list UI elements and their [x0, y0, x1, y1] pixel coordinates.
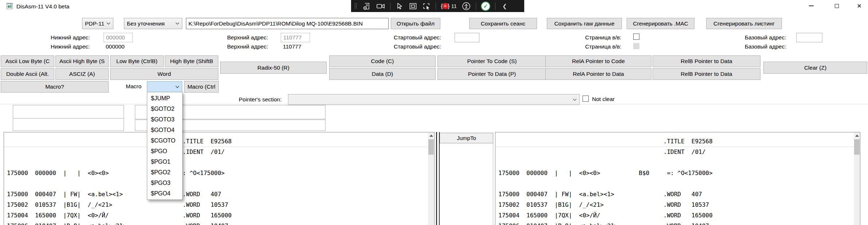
log-report-button[interactable]: [362, 2, 371, 11]
check-icon: ✓: [483, 3, 488, 9]
chevron-down-icon: [175, 86, 179, 88]
drag-handle-icon[interactable]: [355, 3, 358, 9]
macro-option[interactable]: $PGO2: [147, 167, 182, 178]
save-raw-button[interactable]: Сохранить raw данные: [547, 18, 622, 29]
rela-pointer-to-code-button[interactable]: RelA Pointer to Code: [545, 55, 651, 67]
jumpto-header-label: JumpTo: [457, 135, 476, 141]
ascii-low-byte-button[interactable]: Ascii Low Byte (C: [1, 55, 54, 67]
code-line: .TITLE E92568: [498, 136, 860, 147]
jumpto-column-header[interactable]: JumpTo: [440, 133, 493, 143]
save-session-button[interactable]: Сохранить сеанс: [469, 18, 537, 29]
code-line: 175002 010537 |B1G| /_/<21> .WORD 10537: [498, 199, 860, 210]
high-byte-button[interactable]: High Byte (ShiftB: [165, 55, 218, 67]
region-tool-button[interactable]: [409, 2, 417, 11]
not-clear-checkbox[interactable]: [583, 96, 589, 102]
radix50-button[interactable]: Radix-50 (R): [220, 62, 327, 74]
toolbar-separator: [476, 3, 476, 10]
macro-option[interactable]: $PGO: [147, 146, 182, 156]
chevron-left-icon: ❮: [502, 3, 507, 9]
generate-listing-button[interactable]: Сгенерировать листинг: [706, 18, 782, 29]
ok-status-button[interactable]: ✓: [481, 1, 490, 11]
status-box-small-1: [13, 105, 124, 119]
collapse-toolbar-button[interactable]: ❮: [502, 3, 507, 9]
element-pick-button[interactable]: [422, 2, 431, 11]
capture-toolbar: { ✕ } 11 ✓ ❮: [351, 0, 524, 12]
left-panel-scrollbar[interactable]: [428, 132, 434, 225]
asciz-button[interactable]: ASCIZ (A): [55, 68, 109, 80]
app-window: DisAsm-11 V4.0 beta ✕: [0, 0, 868, 225]
close-button[interactable]: ✕: [851, 0, 868, 12]
word-button[interactable]: Word: [110, 68, 218, 80]
double-ascii-button[interactable]: Double Ascii (Alt.: [1, 68, 54, 80]
code-line: [7, 157, 434, 168]
macro-dropdown-popup: $JUMP $GOTO2 $GOTO3 $GOTO4 $CGOTO $PGO $…: [147, 92, 183, 200]
right-disassembly-panel[interactable]: .TITLE E92568 .IDENT /01/ 175000 000000 …: [495, 132, 860, 225]
clear-button[interactable]: Clear (Z): [763, 62, 867, 74]
panel-splitter[interactable]: [436, 132, 437, 225]
macro-query-button[interactable]: Macro?: [1, 81, 109, 93]
macro-option[interactable]: $GOTO4: [147, 125, 182, 135]
cursor-tool-button[interactable]: [395, 2, 404, 11]
scroll-up-button[interactable]: [854, 132, 860, 139]
code-line: [7, 178, 434, 189]
cursor-region-icon: [422, 2, 431, 11]
rela-pointer-to-data-button[interactable]: RelA Pointer to Data: [545, 68, 651, 80]
base-address-static-label: Базовый адрес:: [745, 43, 786, 50]
macro-option[interactable]: $PGO3: [147, 178, 182, 188]
code-line: 175002 010537 |B1G| /_/<21> .WORD 10537: [7, 199, 434, 210]
ascii-high-byte-button[interactable]: Ascii High Byte (S: [55, 55, 109, 67]
scrollbar-thumb[interactable]: [428, 139, 434, 155]
code-line: .IDENT /01/: [498, 147, 860, 157]
pointer-section-select[interactable]: [288, 94, 580, 105]
io-page-static-label: Страница в/в:: [585, 43, 622, 50]
record-video-button[interactable]: [376, 2, 385, 11]
code-line: 175000 000000 | | <0><0> B$0 =: ^O<17500…: [7, 168, 434, 178]
data-button[interactable]: Data (D): [329, 68, 436, 80]
macro-option[interactable]: $JUMP: [147, 93, 182, 104]
relb-pointer-to-data-bottom-button[interactable]: RelB Pointer to Data: [653, 68, 760, 80]
macro-option[interactable]: $PGO1: [147, 156, 182, 167]
code-line: [498, 157, 860, 168]
macro-select[interactable]: [147, 81, 182, 92]
scrollbar-thumb[interactable]: [854, 139, 860, 155]
macro-option[interactable]: $GOTO3: [147, 114, 182, 125]
error-counter[interactable]: { ✕ } 11: [441, 3, 457, 10]
code-line: 175000 000407 | FW| <a.bel><1> .WORD 407: [7, 189, 434, 199]
macro-option[interactable]: $GOTO2: [147, 104, 182, 114]
accessibility-button[interactable]: [462, 1, 471, 11]
low-byte-button[interactable]: Low Byte (CtrlB): [110, 55, 164, 67]
cpu-select[interactable]: PDP-11: [82, 18, 113, 29]
variant-select[interactable]: Без уточнения: [124, 18, 182, 29]
io-page-checkbox[interactable]: [633, 34, 639, 40]
pointer-to-data-button[interactable]: Pointer To Data (P): [437, 68, 546, 80]
relb-pointer-to-data-top-button[interactable]: RelB Pointer to Data: [653, 55, 760, 67]
upper-address-input[interactable]: [281, 33, 310, 42]
maximize-button[interactable]: [828, 0, 845, 12]
code-button[interactable]: Code (C): [329, 55, 436, 67]
file-path-input[interactable]: [186, 18, 389, 29]
pointer-to-code-button[interactable]: Pointer To Code (S): [437, 55, 546, 67]
macro-ctrl-button[interactable]: Macro (Ctrl: [184, 81, 219, 93]
open-file-button[interactable]: Открыть файл: [391, 18, 440, 29]
right-panel-scrollbar[interactable]: [854, 132, 860, 225]
scroll-up-button[interactable]: [428, 132, 434, 139]
macro-option[interactable]: $CGOTO: [147, 135, 182, 146]
minimize-icon: [809, 5, 814, 6]
macro-label: Macro: [126, 83, 141, 90]
code-line: [498, 178, 860, 189]
upper-address-static-label: Верхний адрес:: [227, 43, 268, 50]
upper-address-label: Верхний адрес:: [227, 34, 268, 41]
code-line: 175004 165000 |7QX| <0>/Й/ .WORD 165000: [498, 210, 860, 221]
macro-option[interactable]: $PGO4: [147, 188, 182, 199]
window-title: DisAsm-11 V4.0 beta: [16, 3, 69, 10]
jumpto-column-body[interactable]: [440, 143, 493, 225]
generate-mac-button[interactable]: Сгенерировать .MAC: [627, 18, 694, 29]
base-address-input[interactable]: [796, 33, 822, 42]
lower-address-input[interactable]: [104, 33, 133, 42]
start-address-input[interactable]: [455, 33, 479, 42]
start-address-label: Стартовый адрес:: [394, 34, 441, 41]
io-page-label: Страница в/в:: [585, 34, 622, 41]
minimize-button[interactable]: [803, 0, 820, 12]
io-page-static-checkbox: [633, 43, 639, 49]
left-disassembly-panel[interactable]: .TITLE E92568 .IDENT /01/ 175000 000000 …: [4, 132, 435, 225]
